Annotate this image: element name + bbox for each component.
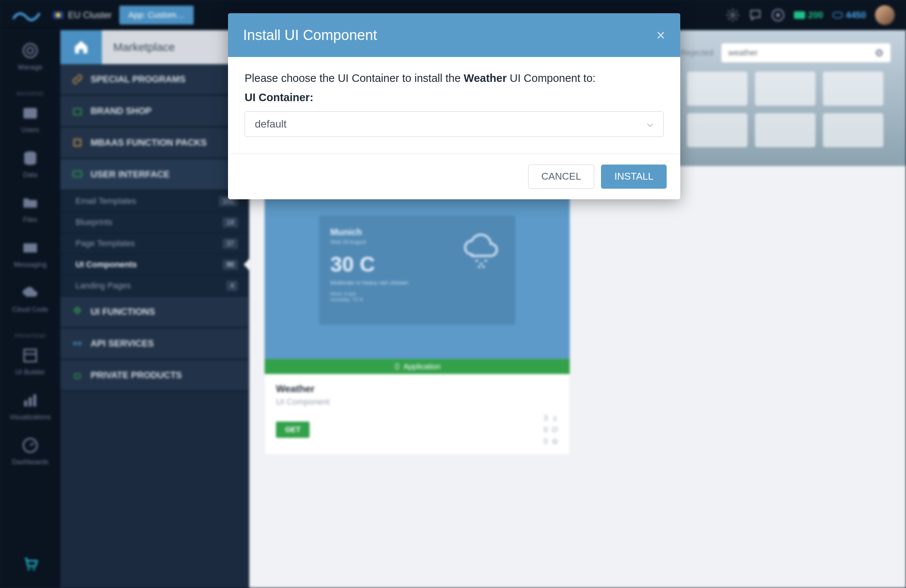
modal-footer: CANCEL INSTALL: [228, 154, 680, 199]
install-button[interactable]: INSTALL: [601, 164, 667, 189]
install-modal: Install UI Component × Please choose the…: [228, 13, 680, 199]
modal-field-label: UI Container:: [245, 91, 664, 104]
close-icon[interactable]: ×: [657, 27, 665, 43]
chevron-down-icon: [647, 118, 654, 130]
modal-title: Install UI Component: [243, 27, 377, 43]
select-value: default: [255, 118, 287, 130]
modal-instruction: Please choose the UI Container to instal…: [245, 70, 664, 86]
modal-header: Install UI Component ×: [228, 13, 680, 57]
cancel-button[interactable]: CANCEL: [528, 164, 594, 189]
ui-container-select[interactable]: default: [245, 112, 664, 137]
